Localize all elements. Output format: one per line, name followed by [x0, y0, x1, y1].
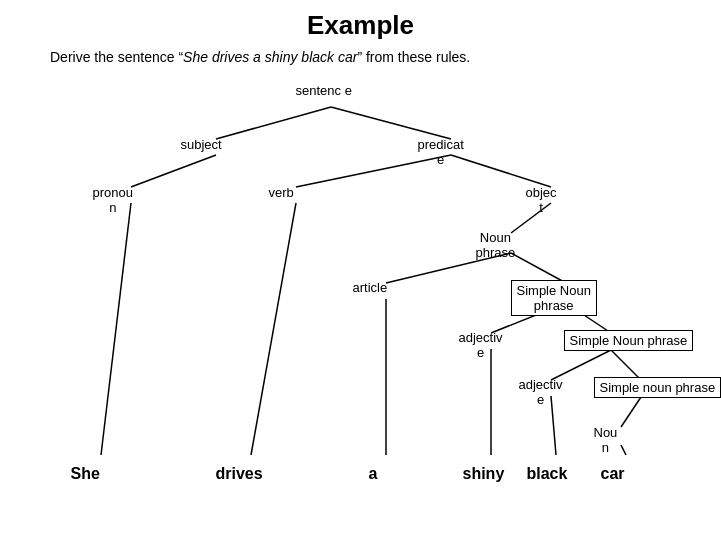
simple-noun-phrase-2-node: Simple Noun phrase	[564, 330, 694, 351]
she-leaf: She	[71, 465, 100, 483]
simple-noun-phrase-3-node: Simple noun phrase	[594, 377, 722, 398]
simple-noun-phrase-1-node: Simple Nounphrase	[511, 280, 597, 316]
shiny-leaf: shiny	[463, 465, 505, 483]
subtitle-after: ” from these rules.	[357, 49, 470, 65]
subject-node: subject	[181, 137, 222, 152]
article-node: article	[353, 280, 388, 295]
svg-line-0	[216, 107, 331, 139]
object-node: object	[526, 185, 557, 215]
svg-line-18	[621, 445, 626, 455]
svg-line-2	[131, 155, 216, 187]
tree-area: sentenc e subject predicate pronoun verb…	[21, 75, 701, 495]
noun-label-node: Noun	[594, 425, 618, 455]
pronoun-node: pronoun	[93, 185, 133, 215]
subtitle-italic: She drives a shiny black car	[183, 49, 357, 65]
black-leaf: black	[527, 465, 568, 483]
a-leaf: a	[369, 465, 378, 483]
adjective1-node: adjective	[459, 330, 503, 360]
svg-line-11	[611, 350, 641, 380]
noun-phrase-node: Nounphrase	[476, 230, 516, 260]
predicate-node: predicate	[418, 137, 464, 167]
svg-line-1	[331, 107, 451, 139]
svg-line-4	[451, 155, 551, 187]
svg-line-7	[511, 253, 566, 283]
svg-line-10	[551, 350, 611, 380]
sentence-node: sentenc e	[296, 83, 352, 98]
drives-leaf: drives	[216, 465, 263, 483]
adjective2-node: adjective	[519, 377, 563, 407]
page: Example Derive the sentence “She drives …	[0, 0, 721, 541]
page-title: Example	[20, 10, 701, 41]
subtitle: Derive the sentence “She drives a shiny …	[50, 49, 701, 65]
svg-line-13	[101, 203, 131, 455]
svg-line-14	[251, 203, 296, 455]
svg-line-12	[621, 397, 641, 427]
car-leaf: car	[601, 465, 625, 483]
subtitle-before: Derive the sentence “	[50, 49, 183, 65]
verb-node: verb	[269, 185, 294, 200]
